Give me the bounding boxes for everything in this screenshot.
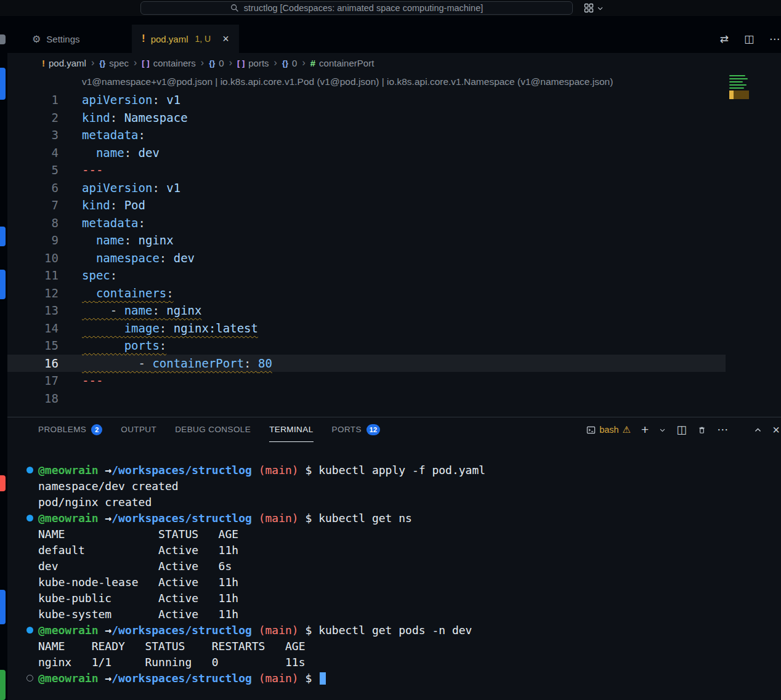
editor-tab-bar: ⚙ Settings ! pod.yaml 1, U × ⇄ ◫ ⋯: [7, 16, 781, 53]
breadcrumb-item[interactable]: [ ]containers: [142, 58, 196, 68]
line-text: name: dev: [59, 144, 160, 162]
breadcrumb-item[interactable]: {}0: [282, 58, 297, 68]
panel-tab-problems[interactable]: PROBLEMS2: [38, 417, 102, 442]
code-line[interactable]: 8metadata:: [7, 214, 726, 232]
code-line[interactable]: 13 - name: nginx: [7, 302, 726, 320]
breadcrumb-item[interactable]: !pod.yaml: [42, 58, 86, 68]
command-success-icon[interactable]: [26, 627, 33, 634]
code-line[interactable]: 11spec:: [7, 267, 726, 284]
line-number: 5: [7, 161, 59, 179]
yaml-schema-hint[interactable]: v1@namespace+v1@pod.json | io.k8s.api.co…: [7, 73, 781, 91]
new-terminal-icon[interactable]: +: [641, 422, 649, 437]
tab-settings[interactable]: ⚙ Settings: [22, 25, 123, 53]
editor-more-actions-icon[interactable]: ⋯: [769, 33, 780, 46]
command-success-icon[interactable]: [26, 515, 33, 521]
terminal-prompt-line: @meowrain →/workspaces/structlog (main) …: [38, 670, 781, 686]
shell-indicator[interactable]: bash ⚠: [586, 424, 631, 435]
line-number: 3: [7, 126, 59, 144]
line-number: 17: [7, 372, 59, 390]
terminal-output-line: default Active 11h: [38, 542, 781, 558]
code-line[interactable]: 10 namespace: dev: [7, 249, 726, 267]
code-line[interactable]: 5---: [7, 161, 726, 179]
panel-tab-ports[interactable]: PORTS12: [332, 417, 381, 442]
breadcrumb-separator-icon: ›: [201, 57, 204, 68]
breadcrumb-item[interactable]: {}spec: [99, 58, 129, 68]
breadcrumb-separator-icon: ›: [229, 57, 232, 68]
codespaces-menu-button[interactable]: [584, 0, 604, 16]
maximize-panel-icon[interactable]: [754, 426, 762, 434]
close-tab-icon[interactable]: ×: [222, 33, 229, 46]
yaml-file-icon: !: [142, 33, 145, 45]
activity-bar[interactable]: [0, 16, 7, 700]
breadcrumb-label: 0: [292, 58, 297, 68]
code-line[interactable]: 14 image: nginx:latest: [7, 320, 726, 337]
split-editor-icon[interactable]: ◫: [744, 33, 754, 46]
line-number: 11: [7, 267, 59, 284]
code-line[interactable]: 7kind: Pod: [7, 196, 726, 214]
panel-tab-label: PORTS: [332, 425, 362, 434]
command-center-label: structlog [Codespaces: animated space co…: [244, 3, 483, 13]
panel-more-actions-icon[interactable]: ⋯: [717, 423, 728, 436]
code-line[interactable]: 17---: [7, 372, 726, 390]
object-symbol-icon: {}: [282, 58, 288, 68]
breadcrumb-label: pod.yaml: [49, 58, 86, 68]
command-center-search[interactable]: structlog [Codespaces: animated space co…: [140, 1, 573, 15]
code-line[interactable]: 9 name: nginx: [7, 231, 726, 249]
code-line[interactable]: 4 name: dev: [7, 144, 726, 162]
tab-settings-label: Settings: [46, 34, 79, 44]
code-line[interactable]: 6apiVersion: v1: [7, 179, 726, 197]
code-line[interactable]: 16 - containerPort: 80: [7, 355, 726, 372]
tab-problems-git-decoration: 1, U: [195, 34, 211, 44]
object-symbol-icon: {}: [99, 58, 105, 68]
terminal-output-line: kube-system Active 11h: [38, 606, 781, 622]
breadcrumb: !pod.yaml›{}spec›[ ]containers›{}0›[ ]po…: [7, 53, 781, 73]
open-changes-icon[interactable]: ⇄: [720, 33, 729, 46]
line-number: 2: [7, 109, 59, 127]
minimap-line: [729, 81, 743, 82]
line-text: metadata:: [59, 126, 145, 144]
shell-warning-icon: ⚠: [623, 424, 631, 435]
minimap-line: [729, 84, 747, 86]
code-line[interactable]: 18: [7, 390, 726, 408]
panel-tab-label: DEBUG CONSOLE: [175, 425, 251, 434]
terminal-toolbar: bash ⚠ + ◫ ⋯ ×: [586, 417, 780, 442]
line-number: 4: [7, 144, 59, 162]
line-number: 14: [7, 320, 59, 337]
breadcrumb-item[interactable]: #containerPort: [310, 58, 374, 68]
line-number: 1: [7, 91, 59, 109]
minimap[interactable]: [729, 75, 750, 99]
command-success-icon[interactable]: [26, 467, 33, 473]
minimap-warning-region: [729, 91, 749, 99]
kill-terminal-icon[interactable]: [697, 425, 706, 435]
array-symbol-icon: [ ]: [142, 58, 149, 68]
breadcrumb-item[interactable]: [ ]ports: [237, 58, 269, 68]
close-panel-icon[interactable]: ×: [772, 423, 780, 437]
array-symbol-icon: [ ]: [237, 58, 245, 68]
terminal-content[interactable]: @meowrain →/workspaces/structlog (main) …: [7, 442, 781, 686]
line-number: 16: [7, 355, 59, 372]
breadcrumb-label: 0: [219, 58, 224, 68]
command-pending-icon[interactable]: [26, 675, 33, 682]
activity-bar-fragment: [0, 475, 6, 491]
terminal-profile-chevron-icon[interactable]: [659, 427, 666, 433]
breadcrumb-item[interactable]: {}0: [209, 58, 224, 68]
line-text: name: nginx: [59, 231, 174, 249]
terminal-prompt-line: @meowrain →/workspaces/structlog (main) …: [38, 622, 781, 638]
panel-tab-terminal[interactable]: TERMINAL: [269, 417, 313, 442]
activity-bar-fragment: [0, 227, 6, 246]
code-line[interactable]: 2kind: Namespace: [7, 109, 726, 127]
line-text: ports:: [59, 337, 166, 355]
terminal-icon: [586, 425, 596, 435]
terminal-prompt-line: @meowrain →/workspaces/structlog (main) …: [38, 462, 781, 478]
panel-tab-debug-console[interactable]: DEBUG CONSOLE: [175, 417, 251, 442]
code-line[interactable]: 1apiVersion: v1: [7, 91, 726, 109]
tab-pod-yaml[interactable]: ! pod.yaml 1, U ×: [132, 25, 239, 53]
panel-tab-label: OUTPUT: [121, 425, 156, 434]
code-line[interactable]: 15 ports:: [7, 337, 726, 355]
panel-tab-output[interactable]: OUTPUT: [121, 417, 156, 442]
code-line[interactable]: 12 containers:: [7, 284, 726, 302]
code-line[interactable]: 3metadata:: [7, 126, 726, 144]
split-terminal-icon[interactable]: ◫: [676, 423, 687, 436]
breadcrumb-separator-icon: ›: [91, 57, 94, 68]
tab-pod-yaml-label: pod.yaml: [151, 34, 188, 44]
